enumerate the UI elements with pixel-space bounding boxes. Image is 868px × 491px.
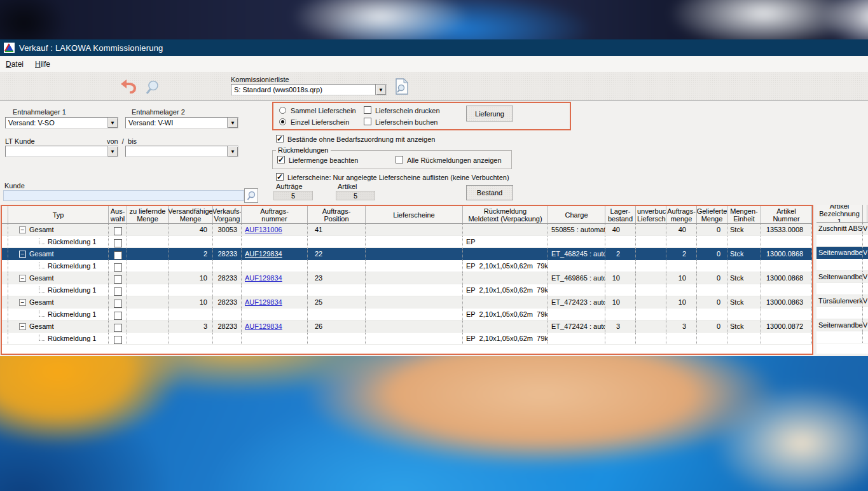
delivery-options-box xyxy=(272,102,571,130)
table-row-10-rueck[interactable]: Rückmeldung 1EP 2,10x1,05x0,62m 79kg xyxy=(2,333,812,345)
entnahmelager2-combo[interactable]: Versand: V-WI ▼ xyxy=(125,117,238,128)
tree-branch-icon xyxy=(39,262,45,268)
row-select-checkbox[interactable] xyxy=(114,336,122,344)
search-icon[interactable] xyxy=(145,80,160,95)
cell-auftragsnummer xyxy=(242,308,308,320)
menu-item-datei[interactable]: Datei xyxy=(0,58,29,71)
cell-lager: 40 xyxy=(605,224,636,235)
tree-collapse-icon[interactable]: − xyxy=(19,323,26,330)
row-select-checkbox[interactable] xyxy=(114,275,122,284)
row-select-checkbox[interactable] xyxy=(114,324,122,332)
cell-meldetext xyxy=(463,248,548,259)
tree-collapse-icon[interactable]: − xyxy=(19,226,26,233)
table-row-6-rueck[interactable]: Rückmeldung 1EP 2,10x1,05x0,62m 79kg xyxy=(2,284,812,296)
sammel-lieferschein-radio[interactable] xyxy=(279,107,286,114)
cell-artikelnr xyxy=(761,236,812,247)
row-type-label: Gesamt xyxy=(29,274,54,282)
cell-auswahl xyxy=(109,248,127,259)
chevron-down-icon[interactable]: ▼ xyxy=(375,85,386,95)
auftrag-link[interactable]: AUF129834 xyxy=(245,250,282,258)
undo-arrow-icon[interactable] xyxy=(120,80,137,93)
cell-bezeichnung xyxy=(816,259,863,270)
auftraege-label: Aufträge xyxy=(276,183,303,190)
table-row-right-3[interactable]: SeitenwandbekV xyxy=(816,247,868,259)
auftrag-link[interactable]: AUF129834 xyxy=(245,298,282,306)
kunde-input[interactable] xyxy=(3,190,244,201)
table-row-right-7[interactable]: TürsäulenverkleV xyxy=(816,295,868,307)
table-row-7-gesamt[interactable]: −Gesamt1028233AUF12983425ET_472423 : aut… xyxy=(2,296,812,308)
cell-typ: −Gesamt xyxy=(8,321,109,332)
chevron-down-icon[interactable]: ▼ xyxy=(107,118,118,128)
cell-charge: ET_472423 : auto xyxy=(548,296,605,308)
table-header-row-right: Artikel Bezeichnung 1 xyxy=(816,205,868,223)
row-select-checkbox[interactable] xyxy=(114,312,122,320)
cell-bezeichnung: Seitenwandbek xyxy=(816,319,863,331)
cell-lager: 3 xyxy=(605,321,636,332)
table-row-4-rueck[interactable]: Rückmeldung 1EP 2,10x1,05x0,62m 79kg xyxy=(2,260,812,272)
table-row-3-gesamt[interactable]: −Gesamt228233AUF12983422ET_468245 : auto… xyxy=(2,248,812,260)
cell-charge xyxy=(548,284,605,296)
cell-artikelnr: 13533.0008 xyxy=(761,224,812,235)
lieferschein-drucken-checkbox[interactable] xyxy=(364,106,371,114)
table-row-right-2[interactable] xyxy=(816,235,868,247)
auftrag-link[interactable]: AUF131006 xyxy=(245,226,282,233)
chevron-down-icon[interactable]: ▼ xyxy=(227,146,238,156)
filter-form: Entnahmelager 1 Versand: V-SO ▼ Entnahme… xyxy=(0,100,868,205)
row-select-checkbox[interactable] xyxy=(114,251,122,259)
lieferscheine-checkbox[interactable] xyxy=(276,173,284,181)
table-row-right-4[interactable] xyxy=(816,259,868,271)
cell-auftragsnummer: AUF129834 xyxy=(242,248,308,259)
column-header-bezeichnung: Artikel Bezeichnung 1 xyxy=(816,205,863,222)
cell-versandfaehige: 40 xyxy=(169,224,213,235)
lieferschein-buchen-checkbox[interactable] xyxy=(364,118,371,125)
table-row-right-9[interactable]: SeitenwandbekV xyxy=(816,319,868,331)
cell-meldetext: EP 2,10x1,05x0,62m 79kg xyxy=(463,260,548,272)
menu-item-hilfe[interactable]: Hilfe xyxy=(29,58,56,71)
lt-kunde-von-combo[interactable]: ▼ xyxy=(5,146,118,157)
chevron-down-icon[interactable]: ▼ xyxy=(107,146,118,156)
table-row-8-rueck[interactable]: Rückmeldung 1EP 2,10x1,05x0,62m 79kg xyxy=(2,308,812,321)
cell-lieferscheine xyxy=(366,236,463,247)
bestand-button[interactable]: Bestand xyxy=(466,185,513,200)
table-row-right-1[interactable]: Zuschnitt ABS-FV xyxy=(816,223,868,235)
auftrag-link[interactable]: AUF129834 xyxy=(245,322,282,330)
table-row-right-6[interactable] xyxy=(816,283,868,295)
cell-meldetext xyxy=(463,224,548,235)
table-row-2-rueck[interactable]: Rückmeldung 1EP xyxy=(2,236,812,248)
table-row-5-gesamt[interactable]: −Gesamt1028233AUF12983423ET_469865 : aut… xyxy=(2,272,812,284)
auftraege-count: 5 xyxy=(273,191,313,200)
column-header-auftragsmenge: Auftrags- menge xyxy=(666,206,697,223)
cell-geliefert: 0 xyxy=(697,224,727,235)
row-select-checkbox[interactable] xyxy=(114,300,122,308)
row-type-label: Rückmeldung 1 xyxy=(48,262,96,270)
liefermenge-checkbox[interactable] xyxy=(277,156,285,163)
row-select-checkbox[interactable] xyxy=(114,263,122,272)
tree-collapse-icon[interactable]: − xyxy=(19,299,26,306)
report-preview-icon[interactable] xyxy=(395,78,409,95)
row-select-checkbox[interactable] xyxy=(114,287,122,296)
table-row-9-gesamt[interactable]: −Gesamt328233AUF12983426ET_472424 : auto… xyxy=(2,321,812,333)
cell-bezeichnung xyxy=(816,283,863,294)
tree-collapse-icon[interactable]: − xyxy=(19,275,26,282)
alle-rueckmeldungen-checkbox[interactable] xyxy=(396,156,403,163)
kunde-search-button[interactable] xyxy=(244,188,258,203)
auftrag-link[interactable]: AUF129834 xyxy=(245,274,282,282)
table-row-1-gesamt[interactable]: −Gesamt4030053AUF13100641550855 : automa… xyxy=(2,224,812,236)
table-row-right-8[interactable] xyxy=(816,307,868,319)
lt-kunde-bis-combo[interactable]: ▼ xyxy=(125,146,238,157)
table-row-right-5[interactable]: SeitenwandbekV xyxy=(816,271,868,283)
cell-lager xyxy=(605,333,636,344)
bestaende-checkbox[interactable] xyxy=(276,135,284,142)
cell-auftragsmenge xyxy=(666,260,697,272)
lieferung-button[interactable]: Lieferung xyxy=(466,106,513,121)
table-row-right-10[interactable] xyxy=(816,331,868,343)
row-select-checkbox[interactable] xyxy=(114,227,122,235)
einzel-lieferschein-radio[interactable] xyxy=(279,118,286,125)
entnahmelager1-combo[interactable]: Versand: V-SO ▼ xyxy=(5,117,118,128)
tree-collapse-icon[interactable]: − xyxy=(19,251,26,258)
cell-position: 26 xyxy=(308,321,366,332)
lt-kunde-label: LT Kunde xyxy=(5,137,35,145)
chevron-down-icon[interactable]: ▼ xyxy=(227,118,238,128)
kommissionierliste-combo[interactable]: S: Standard (wws0018s.qrp) ▼ xyxy=(231,84,387,95)
row-select-checkbox[interactable] xyxy=(114,239,122,247)
